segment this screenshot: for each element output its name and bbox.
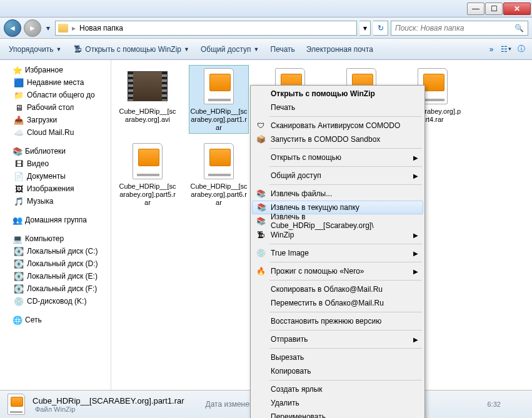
address-bar[interactable]: ▸ Новая папка	[55, 21, 357, 36]
context-menu-item[interactable]: 🔥Прожиг с помощью «Nero»▶	[252, 264, 423, 278]
forward-button[interactable]: ►	[24, 19, 41, 37]
sidebar-drive-f[interactable]: 💽Локальный диск (F:)	[3, 282, 108, 295]
refresh-button[interactable]: ↻	[373, 21, 388, 36]
address-dropdown[interactable]: ▾	[359, 21, 371, 36]
favorites-header[interactable]: ⭐Избранное	[3, 64, 108, 76]
sidebar-cloud[interactable]: ☁️Cloud Mail.Ru	[3, 126, 108, 139]
drive-icon: 💽	[14, 271, 24, 281]
computer-header[interactable]: 💻Компьютер	[3, 232, 108, 245]
libraries-icon: 📚	[13, 146, 23, 156]
file-label: Cube_HDRip__[scarabey.org].part1.rar	[190, 107, 248, 132]
sidebar-drive-d[interactable]: 💽Локальный диск (D:)	[3, 257, 108, 270]
rar-icon	[128, 141, 168, 181]
context-menu-item[interactable]: Копировать	[252, 364, 423, 378]
burn-icon[interactable]: »	[484, 42, 498, 56]
network-icon: 🌐	[13, 315, 23, 325]
context-separator	[269, 262, 422, 262]
maximize-button[interactable]	[485, 2, 503, 15]
file-item[interactable]: Cube_HDRip__[scarabey.org].part6.rar	[189, 140, 249, 209]
libraries-header[interactable]: 📚Библиотеки	[3, 145, 108, 157]
context-item-label: Вырезать	[271, 353, 304, 362]
sidebar-drive-e[interactable]: 💽Локальный диск (E:)	[3, 270, 108, 282]
sidebar-downloads[interactable]: 📥Загрузки	[3, 114, 108, 126]
context-menu-item[interactable]: Открыть с помощью WinZip	[252, 87, 423, 101]
context-menu-item[interactable]: 🗜WinZip▶	[252, 228, 423, 242]
sidebar-cd[interactable]: 💿CD-дисковод (K:)	[3, 295, 108, 307]
context-menu-item[interactable]: Переместить в Облако@Mail.Ru	[252, 296, 423, 310]
file-item[interactable]: Cube_HDRip__[scarabey.org].part1.rar	[189, 65, 249, 134]
history-dropdown[interactable]: ▾	[44, 22, 53, 34]
sidebar-documents[interactable]: 📄Документы	[3, 170, 108, 182]
computer-icon: 💻	[13, 234, 23, 244]
context-item-icon: 🛡	[256, 121, 266, 131]
view-icon[interactable]: ☷▼	[499, 42, 513, 56]
context-item-label: Извлечь файлы...	[271, 189, 332, 198]
context-item-label: Извлечь в Cube_HDRip__[Scarabey.org]\	[271, 212, 408, 230]
submenu-arrow-icon: ▶	[413, 154, 418, 161]
email-button[interactable]: Электронная почта	[301, 41, 378, 57]
rar-icon	[199, 66, 239, 106]
print-button[interactable]: Печать	[266, 41, 300, 57]
search-box[interactable]: 🔍	[391, 21, 528, 36]
context-separator	[269, 166, 422, 167]
context-item-label: Скопировать в Облако@Mail.Ru	[271, 285, 383, 294]
homegroup-header[interactable]: 👥Домашняя группа	[3, 214, 108, 226]
window-titlebar	[0, 0, 532, 17]
address-path: Новая папка	[79, 24, 123, 32]
context-item-label: WinZip	[271, 231, 294, 239]
context-menu-item[interactable]: Создать ярлык	[252, 382, 423, 396]
context-separator	[269, 116, 422, 117]
context-item-label: Печать	[271, 103, 295, 112]
search-input[interactable]	[395, 24, 512, 32]
back-button[interactable]: ◄	[4, 19, 21, 37]
sidebar-recent[interactable]: 🟦Недавние места	[3, 76, 108, 89]
context-separator	[269, 312, 422, 312]
share-button[interactable]: Общий доступ▼	[196, 41, 264, 57]
context-menu-item[interactable]: Скопировать в Облако@Mail.Ru	[252, 282, 423, 296]
music-icon: 🎵	[14, 196, 24, 206]
organize-button[interactable]: Упорядочить▼	[4, 41, 66, 57]
context-separator	[269, 330, 422, 331]
context-menu-item[interactable]: Отправить▶	[252, 332, 423, 346]
context-separator	[269, 348, 422, 349]
context-menu-item[interactable]: Вырезать	[252, 351, 423, 364]
context-item-label: Извлечь в текущую папку	[271, 203, 359, 212]
close-button[interactable]	[503, 2, 531, 15]
sidebar-music[interactable]: 🎵Музыка	[3, 195, 108, 207]
video-icon: 🎞	[14, 159, 24, 169]
sidebar-shared[interactable]: 📁Области общего до	[3, 89, 108, 101]
status-file-type: Файл WinZip	[35, 406, 184, 413]
context-menu-item[interactable]: 📚Извлечь в Cube_HDRip__[Scarabey.org]\	[252, 214, 423, 228]
context-menu-item[interactable]: 📦Запустить в COMODO Sandbox	[252, 132, 423, 146]
context-menu-item[interactable]: Переименовать	[252, 410, 423, 418]
context-menu-item[interactable]: Восстановить прежнюю версию	[252, 314, 423, 328]
submenu-arrow-icon: ▶	[413, 232, 418, 239]
sidebar-drive-c[interactable]: 💽Локальный диск (C:)	[3, 245, 108, 257]
command-toolbar: Упорядочить▼ 🗜Открыть с помощью WinZip▼ …	[0, 39, 532, 60]
context-menu-item[interactable]: Общий доступ▶	[252, 169, 423, 182]
context-item-icon: 🗜	[256, 230, 266, 240]
avi-icon	[128, 66, 168, 106]
context-menu-item[interactable]: 🛡Сканировать Антивирусом COMODO	[252, 119, 423, 132]
submenu-arrow-icon: ▶	[413, 336, 418, 343]
file-label: Cube_HDRip__[scarabey.org].part5.rar	[119, 182, 176, 207]
open-winzip-button[interactable]: 🗜Открыть с помощью WinZip▼	[68, 41, 194, 57]
context-menu-item[interactable]: 📚Извлечь файлы...	[252, 187, 423, 201]
file-label: Cube_HDRip__[scarabey.org].part6.rar	[190, 182, 248, 207]
file-item[interactable]: Cube_HDRip__[scarabey.org].avi	[118, 65, 178, 134]
help-icon[interactable]: ⓘ	[514, 42, 528, 56]
context-menu-item[interactable]: Печать	[252, 101, 423, 114]
context-menu-item[interactable]: 💿True Image▶	[252, 246, 423, 260]
context-separator	[269, 184, 422, 185]
sidebar-video[interactable]: 🎞Видео	[3, 157, 108, 170]
sidebar-desktop[interactable]: 🖥Рабочий стол	[3, 101, 108, 114]
network-header[interactable]: 🌐Сеть	[3, 314, 108, 326]
file-item[interactable]: Cube_HDRip__[scarabey.org].part5.rar	[118, 140, 178, 209]
minimize-button[interactable]	[467, 2, 484, 15]
context-menu-item[interactable]: Открыть с помощью▶	[252, 151, 423, 164]
context-item-label: Удалить	[271, 399, 299, 407]
context-menu-item[interactable]: Удалить	[252, 396, 423, 410]
sidebar-pictures[interactable]: 🖼Изображения	[3, 182, 108, 195]
context-item-label: Копировать	[271, 367, 311, 376]
rar-icon	[199, 141, 239, 181]
